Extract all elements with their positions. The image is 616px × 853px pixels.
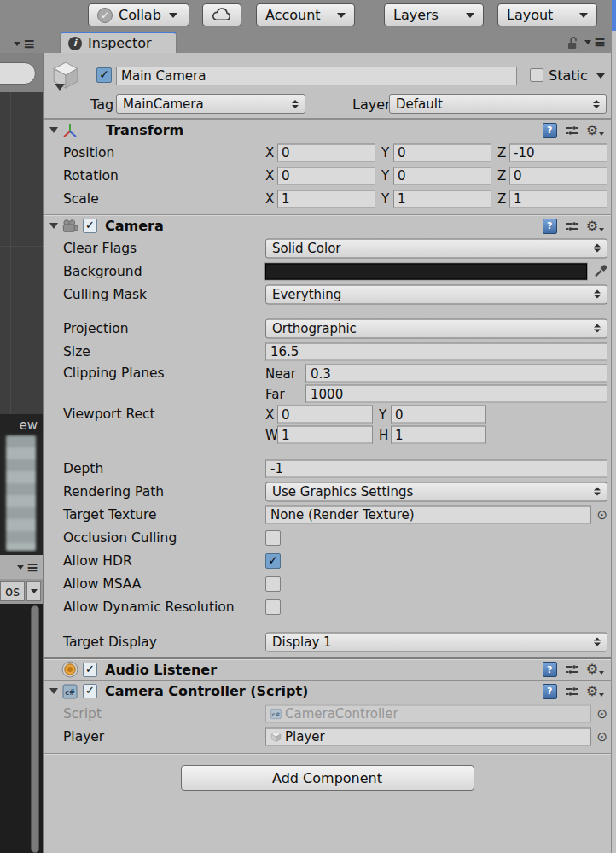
allow-dynamic-resolution-checkbox[interactable]: ✓ <box>265 599 281 615</box>
gizmos-dropdown[interactable] <box>26 581 41 601</box>
chevron-down-icon <box>337 13 346 18</box>
gameobject-active-checkbox[interactable]: ✓ <box>96 67 112 83</box>
position-z-field[interactable]: -10 <box>509 143 607 161</box>
gear-icon[interactable]: ⚙ <box>586 124 604 137</box>
scale-x-field[interactable]: 1 <box>277 190 375 207</box>
layer-dropdown[interactable]: Default <box>389 94 607 114</box>
audio-listener-enabled-checkbox[interactable]: ✓ <box>83 663 97 677</box>
help-icon[interactable]: ? <box>543 662 557 677</box>
projection-dropdown[interactable]: Orthographic <box>265 318 607 338</box>
tab-menu-icon[interactable]: ≡ <box>584 35 606 50</box>
help-icon[interactable]: ? <box>543 684 557 699</box>
viewport-h-field[interactable]: 1 <box>391 426 486 444</box>
depth-field[interactable]: -1 <box>265 459 607 477</box>
inspector-tabbar: ≡ i Inspector ≡ <box>0 31 616 53</box>
far-field[interactable]: 1000 <box>305 385 607 403</box>
presets-icon[interactable] <box>565 686 578 698</box>
cloud-button[interactable] <box>202 3 241 26</box>
game-view-fragment <box>0 604 43 853</box>
gizmos-bar-fragment: os <box>0 579 43 604</box>
viewport-w-field[interactable]: 1 <box>277 426 373 444</box>
presets-icon[interactable] <box>565 663 578 675</box>
help-icon[interactable]: ? <box>543 123 557 138</box>
gameobject-name-field[interactable]: Main Camera <box>116 67 517 85</box>
culling-mask-label: Culling Mask <box>63 287 147 302</box>
viewport-y-field[interactable]: 0 <box>391 406 486 424</box>
target-texture-field[interactable]: None (Render Texture) <box>265 505 591 523</box>
allow-msaa-checkbox[interactable]: ✓ <box>265 576 281 592</box>
near-field[interactable]: 0.3 <box>305 365 607 383</box>
rendering-path-dropdown[interactable]: Use Graphics Settings <box>265 482 607 501</box>
transform-header[interactable]: Transform ? ⚙ <box>44 119 611 141</box>
chevron-down-icon <box>599 132 604 136</box>
layers-button[interactable]: Layers <box>384 3 484 26</box>
allow-hdr-checkbox[interactable]: ✓ <box>265 553 281 569</box>
tag-dropdown[interactable]: MainCamera <box>116 94 305 114</box>
rotation-y-field[interactable]: 0 <box>393 167 491 184</box>
rendering-path-row: Rendering Path Use Graphics Settings <box>44 480 611 503</box>
camera-controller-header[interactable]: c# ✓ Camera Controller (Script) ? ⚙ <box>44 680 611 702</box>
presets-icon[interactable] <box>565 125 578 137</box>
object-picker-icon[interactable]: ⊙ <box>596 508 607 521</box>
chevron-down-icon <box>14 42 20 46</box>
size-row: Size 16.5 <box>44 340 611 363</box>
camera-enabled-checkbox[interactable]: ✓ <box>83 219 97 233</box>
account-button[interactable]: Account <box>256 3 355 26</box>
viewport-w-label: W <box>265 427 277 442</box>
clear-flags-dropdown[interactable]: Solid Color <box>265 238 607 258</box>
gear-icon[interactable]: ⚙ <box>586 219 604 233</box>
panel-menu-icon[interactable]: ≡ <box>17 560 38 575</box>
target-display-dropdown[interactable]: Display 1 <box>265 632 607 651</box>
scale-z-field[interactable]: 1 <box>509 190 607 207</box>
object-picker-icon[interactable]: ⊙ <box>596 730 607 743</box>
help-icon[interactable]: ? <box>543 219 557 234</box>
rotation-z-field[interactable]: 0 <box>509 167 607 184</box>
add-component-button[interactable]: Add Component <box>181 765 474 791</box>
foldout-arrow[interactable] <box>49 127 61 133</box>
player-field[interactable]: Player <box>265 727 591 745</box>
camera-header[interactable]: ✓ Camera ? ⚙ <box>44 214 611 237</box>
rotation-x-field[interactable]: 0 <box>277 167 375 184</box>
grid-line <box>0 246 43 247</box>
position-x-field[interactable]: 0 <box>277 143 375 161</box>
collab-button[interactable]: ✓ Collab <box>88 3 189 26</box>
scrollbar[interactable] <box>30 605 40 853</box>
tab-inspector[interactable]: i Inspector <box>60 32 177 53</box>
foldout-arrow[interactable] <box>49 688 61 694</box>
check-icon: ✓ <box>85 663 95 675</box>
presets-icon[interactable] <box>565 220 578 232</box>
static-dropdown-arrow[interactable] <box>596 73 605 79</box>
info-glyph: i <box>73 38 77 49</box>
background-color-swatch[interactable] <box>265 263 587 279</box>
scrollbar-handle[interactable] <box>31 605 39 853</box>
icon-dropdown-arrow[interactable] <box>55 91 65 107</box>
size-field[interactable]: 16.5 <box>265 342 607 360</box>
occlusion-culling-checkbox[interactable]: ✓ <box>265 530 281 546</box>
player-label: Player <box>63 729 104 745</box>
position-y-field[interactable]: 0 <box>393 143 491 161</box>
gear-icon[interactable]: ⚙ <box>586 685 604 698</box>
layout-button[interactable]: Layout <box>497 3 597 26</box>
eyedropper-icon[interactable] <box>594 265 607 278</box>
audio-listener-icon <box>61 661 78 678</box>
lock-icon[interactable] <box>567 36 578 50</box>
foldout-arrow[interactable] <box>49 223 61 229</box>
audio-listener-header[interactable]: ✓ Audio Listener ? ⚙ <box>44 657 611 680</box>
scale-y-field[interactable]: 1 <box>393 190 491 207</box>
camera-controller-title: Camera Controller (Script) <box>105 683 308 699</box>
target-display-label: Target Display <box>63 634 157 650</box>
panel-menu-icon[interactable]: ≡ <box>14 37 35 51</box>
script-enabled-checkbox[interactable]: ✓ <box>83 684 97 698</box>
info-icon: i <box>68 37 82 50</box>
rotation-fields: X0 Y0 Z0 <box>265 167 607 184</box>
near-label: Near <box>265 365 305 381</box>
culling-mask-dropdown[interactable]: Everything <box>265 284 607 304</box>
static-checkbox[interactable]: ✓ <box>530 68 543 82</box>
gizmos-button-fragment[interactable]: os <box>0 581 25 601</box>
component-tools: ? ⚙ <box>543 684 604 699</box>
viewport-x-field[interactable]: 0 <box>277 406 373 424</box>
object-picker-icon[interactable]: ⊙ <box>596 707 607 720</box>
chevron-down-icon <box>599 693 604 697</box>
gear-icon[interactable]: ⚙ <box>586 663 604 676</box>
script-field[interactable]: c# CameraController <box>265 704 591 722</box>
